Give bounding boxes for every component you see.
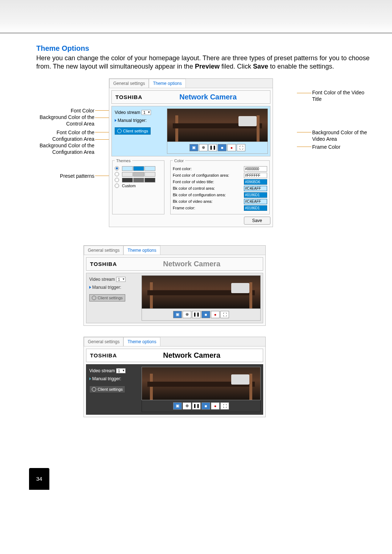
- theme-option-1[interactable]: [115, 172, 162, 177]
- color-input[interactable]: [244, 173, 267, 178]
- zoom-icon[interactable]: ⊕: [183, 311, 191, 318]
- color-row: Font color of configuration area:: [173, 173, 267, 178]
- gear-icon: [117, 129, 122, 133]
- page-number: 34: [29, 468, 49, 490]
- client-settings-button[interactable]: Client settings: [115, 127, 151, 135]
- color-input[interactable]: [244, 166, 267, 172]
- theme-radio[interactable]: [115, 166, 119, 171]
- expand-icon[interactable]: ⛶: [220, 311, 229, 318]
- preview-panel-dark: General settings Theme options TOSHIBA N…: [83, 337, 266, 417]
- pause-icon[interactable]: ❚❚: [208, 144, 217, 151]
- color-row: Bk color of configuration area:: [173, 192, 267, 198]
- gear-icon: [92, 296, 96, 300]
- video-area: ▣ ⊕ ❚❚ ■ ● ⛶: [165, 106, 270, 156]
- tab-theme[interactable]: Theme options: [149, 79, 185, 88]
- color-input[interactable]: [244, 199, 267, 204]
- gear-icon: [92, 387, 96, 391]
- section-heading: Theme Options: [36, 44, 370, 53]
- video-title: Network Camera: [121, 258, 263, 270]
- client-settings-button[interactable]: Client settings: [89, 294, 125, 301]
- video-preview: [167, 108, 268, 142]
- zoom-icon[interactable]: ⊕: [183, 402, 191, 410]
- theme-radio[interactable]: [115, 178, 119, 182]
- callout-frame: Frame Color: [312, 144, 370, 150]
- tab-general[interactable]: General settings: [84, 246, 123, 255]
- theme-option-2[interactable]: [115, 178, 162, 182]
- record-icon[interactable]: ●: [211, 402, 220, 410]
- video-stream-select[interactable]: 1: [116, 368, 126, 373]
- callout-video-title: Font Color of the Video Title: [312, 89, 370, 102]
- color-input[interactable]: [244, 192, 267, 198]
- record-icon[interactable]: ●: [227, 144, 236, 151]
- video-title: Network Camera: [146, 91, 270, 103]
- expand-icon[interactable]: ⛶: [220, 402, 229, 410]
- tab-general[interactable]: General settings: [109, 79, 149, 88]
- pause-icon[interactable]: ❚❚: [192, 402, 201, 410]
- video-title: Network Camera: [121, 349, 263, 362]
- expand-icon[interactable]: ⛶: [237, 144, 245, 151]
- client-settings-button[interactable]: Client settings: [89, 386, 125, 393]
- camera-icon[interactable]: ▣: [173, 402, 182, 410]
- brand-logo: TOSHIBA: [86, 259, 121, 269]
- camera-icon[interactable]: ▣: [189, 144, 198, 151]
- page-header-strip: [0, 0, 392, 33]
- save-button[interactable]: Save: [244, 217, 270, 225]
- video-preview: [142, 275, 261, 309]
- color-row: Bk color of control area:: [173, 186, 267, 191]
- tab-theme[interactable]: Theme options: [123, 337, 160, 346]
- chevron-right-icon: [89, 286, 91, 289]
- theme-radio[interactable]: [115, 172, 119, 176]
- tab-theme[interactable]: Theme options: [123, 246, 160, 255]
- stop-icon[interactable]: ■: [201, 402, 210, 410]
- control-area: Video stream 1 Manual trigger: Client se…: [112, 106, 165, 156]
- color-row: Bk color of video area:: [173, 199, 267, 204]
- themes-group: Themes Custom: [112, 159, 164, 214]
- zoom-icon[interactable]: ⊕: [199, 144, 208, 151]
- color-row: Frame color:: [173, 205, 267, 211]
- preview-panel-gray: General settings Theme options TOSHIBA N…: [83, 245, 266, 326]
- color-row: Font color of video title:: [173, 179, 267, 185]
- callout-config-colors: Font Color of the Configuration Area Bac…: [36, 129, 94, 156]
- video-toolbar: ▣ ⊕ ❚❚ ■ ● ⛶: [167, 142, 268, 154]
- callout-preset: Preset patterns: [36, 173, 94, 179]
- stop-icon[interactable]: ■: [218, 144, 226, 151]
- color-group: Color Font color:Font color of configura…: [170, 159, 270, 214]
- callout-bk-video: Background Color of the Video Area: [312, 129, 370, 142]
- brand-logo: TOSHIBA: [86, 350, 121, 361]
- preview-panel-annotated: General settings Theme options TOSHIBA N…: [109, 78, 273, 227]
- page-footer: 34: [0, 461, 392, 490]
- color-row: Font color:: [173, 166, 267, 172]
- pause-icon[interactable]: ❚❚: [192, 311, 201, 318]
- callout-font-color: Font Color Background Color of the Contr…: [36, 107, 94, 127]
- theme-option-0[interactable]: [115, 166, 162, 171]
- intro-paragraph: Here you can change the color of your ho…: [36, 54, 370, 71]
- theme-radio-custom[interactable]: [115, 184, 119, 188]
- chevron-right-icon: [89, 377, 91, 380]
- record-icon[interactable]: ●: [211, 311, 220, 318]
- chevron-right-icon: [115, 119, 117, 122]
- stop-icon[interactable]: ■: [201, 311, 210, 318]
- color-input[interactable]: [244, 179, 267, 185]
- camera-icon[interactable]: ▣: [173, 311, 182, 318]
- color-input[interactable]: [244, 205, 267, 211]
- brand-logo: TOSHIBA: [112, 92, 146, 102]
- video-stream-select[interactable]: 1: [142, 110, 151, 115]
- theme-diagram: Font Color Background Color of the Contr…: [36, 78, 370, 231]
- color-input[interactable]: [244, 186, 267, 191]
- video-preview: [142, 367, 261, 400]
- tab-general[interactable]: General settings: [84, 337, 123, 346]
- video-stream-select[interactable]: 1: [116, 277, 126, 282]
